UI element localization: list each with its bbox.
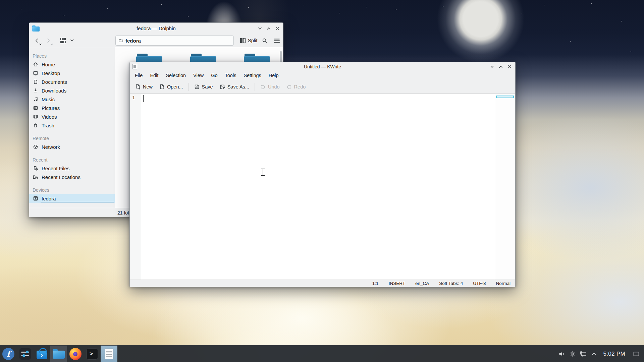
save-button[interactable]: Save	[191, 82, 216, 92]
dictionary[interactable]: en_CA	[415, 281, 429, 286]
dolphin-minimize-button[interactable]	[258, 26, 262, 31]
firefox-button[interactable]	[67, 346, 84, 362]
save-as-label: Save As...	[227, 84, 249, 89]
clock[interactable]: 5:02 PM	[600, 351, 629, 357]
shopping-bag-icon: ›	[37, 351, 47, 359]
save-as-button[interactable]: Save As...	[216, 82, 253, 92]
sidebar-item-label: Recent Files	[42, 166, 69, 171]
scrollbar-minimap[interactable]	[495, 94, 515, 280]
view-mode-dropdown[interactable]	[69, 36, 75, 46]
back-button[interactable]	[31, 36, 43, 46]
dolphin-close-button[interactable]	[275, 26, 280, 31]
new-document-icon	[135, 84, 141, 89]
sidebar-section-places: Places	[29, 52, 115, 60]
volume-button[interactable]	[557, 348, 567, 360]
new-label: New	[143, 84, 153, 89]
save-icon	[194, 84, 200, 89]
text-document-icon	[105, 349, 113, 359]
menu-tools[interactable]: Tools	[221, 71, 240, 80]
menu-selection[interactable]: Selection	[162, 71, 190, 80]
text-editor-area[interactable]: 1	[130, 94, 515, 280]
open-document-icon	[159, 84, 165, 89]
forward-button[interactable]	[43, 36, 54, 46]
menu-view[interactable]: View	[190, 71, 207, 80]
monitor-device-icon	[580, 351, 587, 357]
image-icon	[33, 105, 38, 111]
new-button[interactable]: New	[132, 82, 156, 92]
save-label: Save	[202, 84, 213, 89]
undo-button[interactable]: Undo	[257, 82, 283, 92]
encoding[interactable]: UTF-8	[473, 281, 486, 286]
dolphin-places-panel: Places Home Desktop Documents Downloads	[29, 47, 115, 208]
sidebar-item-documents[interactable]: Documents	[29, 77, 115, 86]
menu-edit[interactable]: Edit	[146, 71, 162, 80]
show-desktop-button[interactable]	[632, 348, 641, 360]
sidebar-item-home[interactable]: Home	[29, 60, 115, 69]
menu-file[interactable]: File	[131, 71, 146, 80]
brightness-button[interactable]	[568, 348, 577, 360]
view-mode-button[interactable]	[57, 36, 69, 46]
sidebar-item-desktop[interactable]: Desktop	[29, 69, 115, 77]
app-launcher-button[interactable]: f	[0, 346, 17, 362]
sidebar-item-recent-files[interactable]: Recent Files	[29, 164, 115, 173]
task-dolphin[interactable]	[50, 346, 67, 362]
split-button[interactable]: Split	[237, 36, 260, 46]
sidebar-item-downloads[interactable]: Downloads	[29, 86, 115, 95]
hamburger-menu-button[interactable]	[271, 36, 282, 46]
sidebar-item-music[interactable]: Music	[29, 95, 115, 104]
text-caret	[143, 95, 144, 102]
kwrite-minimize-button[interactable]	[490, 64, 494, 69]
minimap-view-indicator[interactable]	[496, 96, 514, 98]
dolphin-maximize-button[interactable]	[266, 26, 271, 31]
sidebar-section-recent: Recent	[29, 156, 115, 164]
save-as-icon	[220, 84, 225, 89]
chevron-up-icon	[591, 352, 597, 356]
folder-count-text: 21 fol	[117, 210, 129, 216]
desktop-peek-icon	[633, 352, 639, 356]
toolbar-separator	[255, 83, 255, 91]
dolphin-titlebar[interactable]: fedora — Dolphin	[29, 23, 283, 34]
sidebar-item-recent-locations[interactable]: Recent Locations	[29, 173, 115, 181]
location-bar[interactable]: fedora	[115, 36, 234, 46]
sidebar-item-label: Videos	[42, 114, 57, 120]
cursor-position[interactable]: 1:1	[372, 281, 379, 286]
sidebar-item-label: Pictures	[42, 105, 60, 111]
sliders-icon	[19, 348, 31, 360]
open-button[interactable]: Open...	[156, 82, 186, 92]
trash-icon	[33, 123, 38, 128]
redo-button[interactable]: Redo	[283, 82, 309, 92]
film-icon	[33, 114, 38, 120]
sidebar-item-label: Documents	[42, 79, 67, 85]
kwrite-app-icon	[132, 64, 137, 69]
system-settings-button[interactable]	[17, 346, 34, 362]
menu-settings[interactable]: Settings	[240, 71, 265, 80]
discover-button[interactable]: ›	[34, 346, 50, 362]
document-icon	[33, 79, 38, 85]
kwrite-window: Untitled — KWrite File Edit Selection Vi…	[129, 62, 516, 287]
fedora-logo-icon: f	[2, 348, 14, 360]
sidebar-item-videos[interactable]: Videos	[29, 112, 115, 121]
kwrite-titlebar[interactable]: Untitled — KWrite	[130, 62, 515, 71]
redo-icon	[286, 84, 292, 89]
sidebar-item-fedora-device[interactable]: fedora	[29, 194, 115, 203]
stars-decoration	[0, 0, 1, 1]
display-configuration-button[interactable]	[579, 348, 588, 360]
tray-expander-button[interactable]	[589, 348, 599, 360]
redo-label: Redo	[294, 84, 306, 89]
kwrite-close-button[interactable]	[507, 64, 512, 69]
menu-go[interactable]: Go	[207, 71, 221, 80]
folder-glyph-icon	[119, 39, 123, 43]
konsole-button[interactable]: >	[84, 346, 101, 362]
syntax-highlighting[interactable]: Normal	[496, 281, 511, 286]
search-button[interactable]	[259, 36, 270, 46]
sidebar-item-network[interactable]: Network	[29, 142, 115, 151]
location-text: fedora	[125, 38, 141, 44]
sidebar-item-pictures[interactable]: Pictures	[29, 104, 115, 112]
tab-mode[interactable]: Soft Tabs: 4	[439, 281, 463, 286]
menu-help[interactable]: Help	[265, 71, 282, 80]
sidebar-item-label: Trash	[42, 123, 54, 128]
kwrite-maximize-button[interactable]	[498, 64, 503, 69]
input-mode[interactable]: INSERT	[389, 281, 405, 286]
task-kwrite[interactable]	[101, 346, 117, 362]
sidebar-item-trash[interactable]: Trash	[29, 121, 115, 130]
